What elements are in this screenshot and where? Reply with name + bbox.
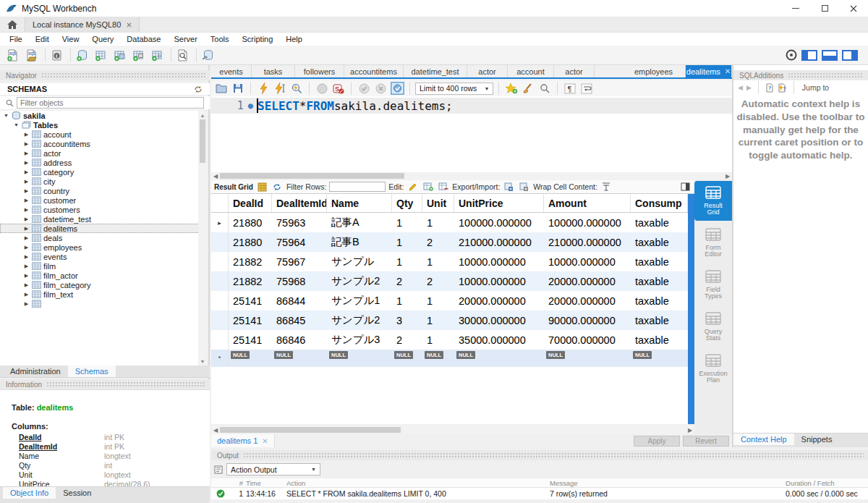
null-cell[interactable]: NULL [422,350,454,367]
connection-tab-close-icon[interactable] [127,22,132,28]
row-selector[interactable] [211,252,229,271]
cell[interactable]: 1 [392,291,422,310]
filter-objects-input[interactable] [17,97,204,109]
schema-tree-scrollbar[interactable]: ▲ ▼ [198,111,207,365]
cell[interactable]: 25141 [229,330,272,350]
save-snippet-icon[interactable] [504,82,519,95]
expand-icon[interactable]: ▶ [23,226,30,232]
output-row[interactable]: 113:44:16SELECT * FROM sakila.dealitems … [211,488,868,499]
column-header-unit[interactable]: Unit [422,194,454,212]
cell[interactable]: 記事B [327,232,392,252]
open-script-icon[interactable] [214,82,229,95]
explain-icon[interactable] [289,82,304,95]
tab-context-help[interactable]: Context Help [733,434,794,445]
cell[interactable]: 3 [392,310,422,330]
expand-icon[interactable]: ▶ [23,151,30,156]
apply-button[interactable]: Apply [634,436,680,447]
cell[interactable]: 1 [422,252,454,271]
sql-editor[interactable]: 1● SELECT * FROM sakila.dealitems; [211,96,732,172]
insert-row-icon[interactable] [422,182,434,193]
expand-icon[interactable]: ▶ [23,207,30,213]
menu-view[interactable]: View [56,33,86,46]
result-grid-hscrollbar[interactable]: ◀▶ [211,426,694,434]
view-execution-plan[interactable]: Execution Plan [694,349,732,389]
tree-node-table-film[interactable]: ▶film [0,261,200,271]
create-table-icon[interactable] [93,48,109,62]
menu-database[interactable]: Database [120,33,167,46]
cell[interactable]: サンプル1 [327,291,392,310]
context-help-icon[interactable]: ? [765,83,774,93]
row-selector[interactable] [211,330,229,350]
expand-icon[interactable]: ▶ [23,198,30,203]
search-objects-icon[interactable] [174,48,190,62]
expand-icon[interactable]: ▶ [23,282,30,288]
cell[interactable]: taxable [631,271,688,291]
result-set-tab-close-icon[interactable]: ✕ [262,437,268,445]
create-procedure-icon[interactable] [130,48,146,62]
menu-tools[interactable]: Tools [204,33,236,46]
scroll-up-icon[interactable]: ▲ [198,111,207,119]
new-sql-tab-icon[interactable]: SQL [4,48,20,62]
connection-tab[interactable]: Local instance MySQL80 [25,17,140,32]
null-cell[interactable]: NULL [544,350,631,367]
stop-icon[interactable] [315,82,329,95]
table-row[interactable]: 2188275968サンプル22210000.00000020000.00000… [211,271,688,291]
cell[interactable]: 86846 [272,330,327,350]
null-cell[interactable]: NULL [229,350,272,367]
expand-icon[interactable]: ▶ [23,292,30,297]
cell[interactable]: 10000.000000 [454,252,544,271]
delete-row-icon[interactable] [437,182,449,193]
null-cell[interactable]: NULL [327,350,392,367]
tree-node-schema[interactable]: ▼sakila [0,111,200,120]
table-row[interactable]: 2188275967サンプル1110000.00000010000.000000… [211,252,688,271]
auto-context-help-icon[interactable]: ? [778,83,787,93]
cell[interactable]: サンプル3 [327,330,392,350]
expand-icon[interactable]: ▶ [23,273,30,279]
null-cell[interactable]: NULL [454,350,544,367]
column-header-qty[interactable]: Qty [392,194,422,212]
cell[interactable]: 1 [422,310,454,330]
tab-object-info[interactable]: Object Info [3,487,56,499]
cell[interactable]: 20000.000000 [544,271,631,291]
maximize-button[interactable] [810,0,839,17]
null-cell[interactable]: NULL [631,350,688,367]
expand-icon[interactable]: ▶ [23,235,30,241]
view-query-stats[interactable]: Query Stats [694,307,732,347]
toggle-bottom-panel-button[interactable] [822,50,838,61]
cell[interactable]: 2 [422,232,454,252]
cell[interactable]: 35000.000000 [454,330,544,350]
wrap-cell-icon[interactable] [600,182,613,193]
result-set-tab[interactable]: dealitems 1 ✕ [211,434,275,447]
row-selector[interactable] [211,232,229,252]
home-button[interactable] [0,17,25,32]
import-icon[interactable] [518,182,530,193]
tree-node-table-film_actor[interactable]: ▶film_actor [0,271,200,280]
save-script-icon[interactable] [231,82,245,95]
new-row-placeholder[interactable]: *NULLNULLNULLNULLNULLNULLNULLNULL [211,350,688,367]
tab-administration[interactable]: Administration [3,365,68,377]
output-mode-select[interactable]: Action Output▼ [226,463,320,475]
expand-icon[interactable]: ▼ [13,122,20,127]
cell[interactable]: 21880 [229,232,272,252]
tree-node-table-customers[interactable]: ▶customers [0,205,200,214]
tree-node-table-datetime_test[interactable]: ▶datetime_test [0,214,200,224]
cell[interactable]: サンプル2 [327,310,392,330]
tree-node-table-accountitems[interactable]: ▶accountitems [0,139,200,148]
cell[interactable]: taxable [631,252,688,271]
view-result-grid[interactable]: Result Grid [694,181,732,221]
tree-node-table-film_category[interactable]: ▶film_category [0,280,200,289]
tree-node-table-address[interactable]: ▶address [0,158,200,167]
expand-icon[interactable]: ▶ [23,245,30,250]
cell[interactable]: 記事A [327,213,392,232]
cell[interactable]: 1 [392,252,422,271]
cell[interactable]: 2 [392,271,422,291]
commit-icon[interactable] [357,82,371,95]
preferences-icon[interactable] [786,49,797,61]
scroll-down-icon[interactable]: ▼ [198,357,207,365]
table-row[interactable]: 2514186845サンプル23130000.00000090000.00000… [211,310,688,330]
cell[interactable]: 86844 [272,291,327,310]
menu-query[interactable]: Query [85,33,120,46]
filter-rows-input[interactable] [329,182,386,192]
cell[interactable]: 210000.000000 [544,232,631,252]
cell[interactable]: taxable [631,232,688,252]
